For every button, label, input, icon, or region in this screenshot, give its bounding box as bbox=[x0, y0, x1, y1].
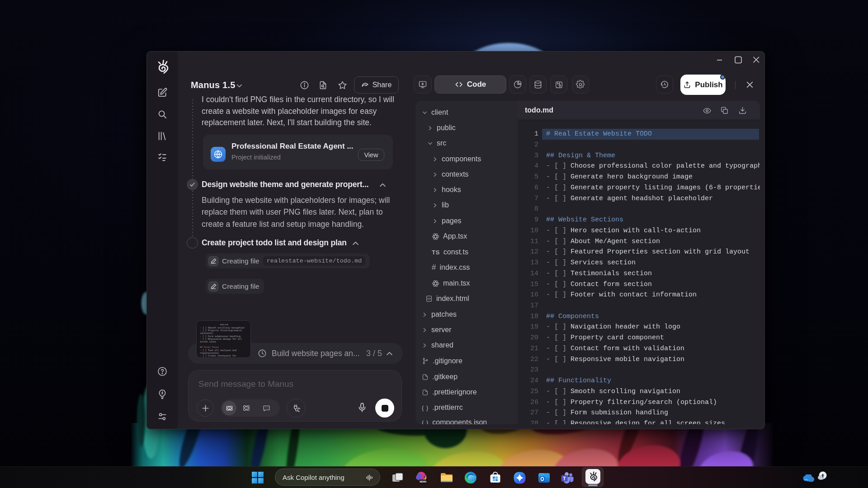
svg-text:M365: M365 bbox=[420, 480, 427, 483]
svg-text:T: T bbox=[563, 476, 566, 481]
svg-text:A: A bbox=[228, 407, 231, 410]
